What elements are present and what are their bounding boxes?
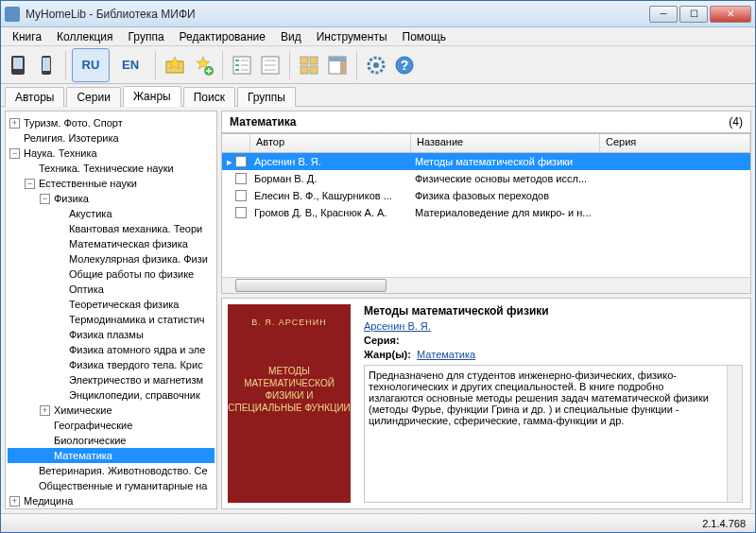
app-icon (5, 7, 20, 22)
layout-icon[interactable] (324, 50, 351, 80)
menu-collection[interactable]: Коллекция (51, 28, 118, 45)
table-row[interactable]: Громов Д. В., Краснюк А. А.Материаловеде… (222, 204, 750, 221)
menu-help[interactable]: Помощь (397, 28, 452, 45)
category-header: Математика (4) (221, 111, 751, 133)
row-checkbox[interactable] (235, 207, 247, 218)
col-title[interactable]: Название (411, 134, 600, 152)
book-info: Методы математической физики Арсенин В. … (356, 299, 750, 508)
horizontal-scrollbar[interactable] (222, 277, 750, 293)
menu-edit[interactable]: Редактирование (174, 28, 271, 45)
help-icon[interactable]: ? (391, 50, 418, 80)
genre-tree[interactable]: +Туризм. Фото. Спорт Религия. Изотерика … (5, 111, 217, 509)
minimize-button[interactable]: ─ (649, 6, 678, 23)
svg-rect-1 (13, 58, 23, 69)
expand-icon[interactable]: + (9, 118, 20, 129)
toolbar: RU EN ? (1, 46, 755, 84)
favorite-folder-icon[interactable] (162, 50, 188, 80)
svg-text:?: ? (401, 58, 409, 73)
category-count: (4) (729, 115, 743, 129)
tab-groups[interactable]: Группы (237, 87, 296, 107)
genre-link[interactable]: Математика (417, 349, 475, 360)
titlebar: MyHomeLib - Библиотека МИФИ ─ ☐ ✕ (1, 1, 755, 27)
menu-book[interactable]: Книга (7, 28, 47, 45)
tree-selected[interactable]: Математика (54, 450, 112, 461)
view-tabs: Авторы Серии Жанры Поиск Группы (1, 84, 755, 107)
svg-rect-11 (310, 57, 318, 64)
menu-view[interactable]: Вид (275, 28, 307, 45)
svg-rect-15 (329, 57, 346, 61)
close-button[interactable]: ✕ (710, 6, 751, 23)
menu-group[interactable]: Группа (123, 28, 170, 45)
content-area: Математика (4) Автор Название Серия ▸Арс… (221, 111, 751, 509)
add-favorite-icon[interactable] (190, 50, 216, 80)
tab-search[interactable]: Поиск (183, 87, 235, 107)
check-list-icon[interactable] (229, 50, 255, 80)
settings-icon[interactable] (363, 50, 389, 80)
device-book-icon[interactable] (5, 50, 31, 80)
tab-authors[interactable]: Авторы (5, 87, 64, 107)
table-row[interactable]: ▸Арсенин В. Я.Методы математической физи… (222, 153, 750, 170)
grid-header: Автор Название Серия (222, 134, 750, 153)
row-checkbox[interactable] (235, 173, 247, 184)
table-row[interactable]: Борман В. Д.Физические основы методов ис… (222, 170, 750, 187)
tab-genres[interactable]: Жанры (123, 86, 181, 107)
main-area: +Туризм. Фото. Спорт Религия. Изотерика … (1, 107, 755, 513)
svg-rect-16 (340, 61, 346, 74)
grid-icon[interactable] (296, 50, 322, 80)
version-label: 2.1.4.768 (702, 518, 746, 529)
col-author[interactable]: Автор (250, 134, 411, 152)
svg-rect-13 (310, 66, 318, 74)
description-box: Предназначено для студентов инженерно-фи… (364, 365, 743, 503)
svg-rect-10 (301, 57, 308, 64)
vertical-scrollbar[interactable] (727, 366, 742, 502)
svg-rect-3 (43, 58, 50, 71)
svg-point-18 (373, 62, 379, 68)
detail-panel: В. Я. АРСЕНИН МЕТОДЫ МАТЕМАТИЧЕСКОЙ ФИЗИ… (221, 298, 751, 509)
author-link[interactable]: Арсенин В. Я. (364, 320, 431, 332)
book-title: Методы математической физики (364, 304, 743, 318)
description-text: Предназначено для студентов инженерно-фи… (369, 370, 738, 426)
category-title: Математика (230, 115, 297, 129)
collapse-icon[interactable]: − (9, 148, 20, 159)
lang-en-button[interactable]: EN (112, 48, 149, 82)
device-phone-icon[interactable] (33, 50, 60, 80)
lang-ru-button[interactable]: RU (72, 48, 110, 82)
maximize-button[interactable]: ☐ (679, 6, 708, 23)
book-grid: Автор Название Серия ▸Арсенин В. Я.Метод… (221, 133, 751, 294)
grid-body: ▸Арсенин В. Я.Методы математической физи… (222, 153, 750, 277)
menubar: Книга Коллекция Группа Редактирование Ви… (1, 27, 755, 46)
col-series[interactable]: Серия (600, 134, 750, 152)
tab-series[interactable]: Серии (66, 87, 120, 107)
row-checkbox[interactable] (235, 190, 247, 201)
list-icon[interactable] (257, 50, 284, 80)
table-row[interactable]: Елесин В. Ф., Кашурников ...Физика фазов… (222, 187, 750, 204)
statusbar: 2.1.4.768 (1, 513, 755, 532)
window-title: MyHomeLib - Библиотека МИФИ (26, 8, 649, 21)
app-window: MyHomeLib - Библиотека МИФИ ─ ☐ ✕ Книга … (0, 0, 756, 533)
book-cover: В. Я. АРСЕНИН МЕТОДЫ МАТЕМАТИЧЕСКОЙ ФИЗИ… (228, 304, 351, 503)
svg-rect-12 (301, 66, 308, 74)
row-checkbox[interactable] (235, 156, 247, 167)
menu-tools[interactable]: Инструменты (311, 28, 393, 45)
